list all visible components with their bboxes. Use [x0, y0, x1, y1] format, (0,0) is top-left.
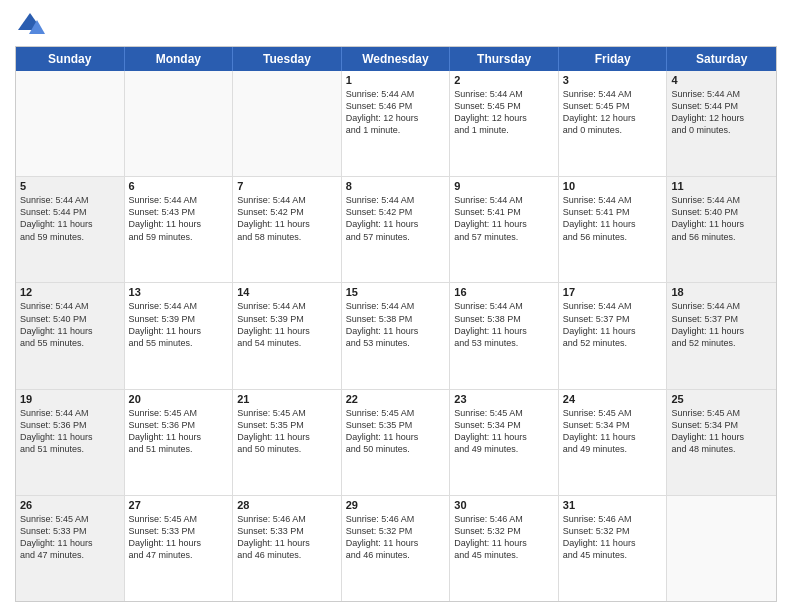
- cal-header-tuesday: Tuesday: [233, 47, 342, 71]
- cell-detail: Sunrise: 5:44 AMSunset: 5:41 PMDaylight:…: [454, 194, 554, 243]
- day-number: 13: [129, 286, 229, 298]
- day-number: 30: [454, 499, 554, 511]
- cal-cell-empty: [233, 71, 342, 176]
- cal-cell-day-13: 13Sunrise: 5:44 AMSunset: 5:39 PMDayligh…: [125, 283, 234, 388]
- cal-cell-day-17: 17Sunrise: 5:44 AMSunset: 5:37 PMDayligh…: [559, 283, 668, 388]
- cal-cell-day-31: 31Sunrise: 5:46 AMSunset: 5:32 PMDayligh…: [559, 496, 668, 601]
- cell-detail: Sunrise: 5:45 AMSunset: 5:33 PMDaylight:…: [129, 513, 229, 562]
- cal-cell-day-2: 2Sunrise: 5:44 AMSunset: 5:45 PMDaylight…: [450, 71, 559, 176]
- page: SundayMondayTuesdayWednesdayThursdayFrid…: [0, 0, 792, 612]
- cell-detail: Sunrise: 5:44 AMSunset: 5:36 PMDaylight:…: [20, 407, 120, 456]
- cell-detail: Sunrise: 5:44 AMSunset: 5:44 PMDaylight:…: [20, 194, 120, 243]
- day-number: 27: [129, 499, 229, 511]
- cal-cell-day-4: 4Sunrise: 5:44 AMSunset: 5:44 PMDaylight…: [667, 71, 776, 176]
- cell-detail: Sunrise: 5:44 AMSunset: 5:44 PMDaylight:…: [671, 88, 772, 137]
- cal-cell-day-6: 6Sunrise: 5:44 AMSunset: 5:43 PMDaylight…: [125, 177, 234, 282]
- cell-detail: Sunrise: 5:44 AMSunset: 5:40 PMDaylight:…: [20, 300, 120, 349]
- cell-detail: Sunrise: 5:44 AMSunset: 5:39 PMDaylight:…: [129, 300, 229, 349]
- day-number: 5: [20, 180, 120, 192]
- calendar-body: 1Sunrise: 5:44 AMSunset: 5:46 PMDaylight…: [16, 71, 776, 601]
- day-number: 19: [20, 393, 120, 405]
- day-number: 14: [237, 286, 337, 298]
- day-number: 4: [671, 74, 772, 86]
- cal-cell-day-20: 20Sunrise: 5:45 AMSunset: 5:36 PMDayligh…: [125, 390, 234, 495]
- day-number: 28: [237, 499, 337, 511]
- day-number: 12: [20, 286, 120, 298]
- day-number: 22: [346, 393, 446, 405]
- cal-cell-day-22: 22Sunrise: 5:45 AMSunset: 5:35 PMDayligh…: [342, 390, 451, 495]
- cal-cell-day-10: 10Sunrise: 5:44 AMSunset: 5:41 PMDayligh…: [559, 177, 668, 282]
- cell-detail: Sunrise: 5:45 AMSunset: 5:34 PMDaylight:…: [671, 407, 772, 456]
- cal-cell-empty: [667, 496, 776, 601]
- cell-detail: Sunrise: 5:46 AMSunset: 5:32 PMDaylight:…: [454, 513, 554, 562]
- cal-cell-day-26: 26Sunrise: 5:45 AMSunset: 5:33 PMDayligh…: [16, 496, 125, 601]
- day-number: 15: [346, 286, 446, 298]
- cal-cell-day-11: 11Sunrise: 5:44 AMSunset: 5:40 PMDayligh…: [667, 177, 776, 282]
- day-number: 10: [563, 180, 663, 192]
- logo-icon: [15, 10, 45, 40]
- cal-cell-day-29: 29Sunrise: 5:46 AMSunset: 5:32 PMDayligh…: [342, 496, 451, 601]
- cal-cell-day-30: 30Sunrise: 5:46 AMSunset: 5:32 PMDayligh…: [450, 496, 559, 601]
- day-number: 2: [454, 74, 554, 86]
- day-number: 18: [671, 286, 772, 298]
- day-number: 8: [346, 180, 446, 192]
- cell-detail: Sunrise: 5:45 AMSunset: 5:34 PMDaylight:…: [563, 407, 663, 456]
- day-number: 26: [20, 499, 120, 511]
- cell-detail: Sunrise: 5:46 AMSunset: 5:32 PMDaylight:…: [563, 513, 663, 562]
- cell-detail: Sunrise: 5:44 AMSunset: 5:39 PMDaylight:…: [237, 300, 337, 349]
- cell-detail: Sunrise: 5:44 AMSunset: 5:45 PMDaylight:…: [454, 88, 554, 137]
- cell-detail: Sunrise: 5:45 AMSunset: 5:33 PMDaylight:…: [20, 513, 120, 562]
- cal-header-monday: Monday: [125, 47, 234, 71]
- day-number: 20: [129, 393, 229, 405]
- cal-week-3: 12Sunrise: 5:44 AMSunset: 5:40 PMDayligh…: [16, 283, 776, 389]
- cal-cell-day-5: 5Sunrise: 5:44 AMSunset: 5:44 PMDaylight…: [16, 177, 125, 282]
- day-number: 11: [671, 180, 772, 192]
- cal-cell-day-3: 3Sunrise: 5:44 AMSunset: 5:45 PMDaylight…: [559, 71, 668, 176]
- day-number: 1: [346, 74, 446, 86]
- cal-cell-day-16: 16Sunrise: 5:44 AMSunset: 5:38 PMDayligh…: [450, 283, 559, 388]
- cell-detail: Sunrise: 5:44 AMSunset: 5:42 PMDaylight:…: [237, 194, 337, 243]
- cal-week-2: 5Sunrise: 5:44 AMSunset: 5:44 PMDaylight…: [16, 177, 776, 283]
- cal-week-1: 1Sunrise: 5:44 AMSunset: 5:46 PMDaylight…: [16, 71, 776, 177]
- day-number: 31: [563, 499, 663, 511]
- cell-detail: Sunrise: 5:44 AMSunset: 5:38 PMDaylight:…: [454, 300, 554, 349]
- cell-detail: Sunrise: 5:44 AMSunset: 5:45 PMDaylight:…: [563, 88, 663, 137]
- cal-cell-day-12: 12Sunrise: 5:44 AMSunset: 5:40 PMDayligh…: [16, 283, 125, 388]
- day-number: 25: [671, 393, 772, 405]
- cal-cell-day-25: 25Sunrise: 5:45 AMSunset: 5:34 PMDayligh…: [667, 390, 776, 495]
- cell-detail: Sunrise: 5:46 AMSunset: 5:33 PMDaylight:…: [237, 513, 337, 562]
- cal-cell-empty: [125, 71, 234, 176]
- cal-cell-day-19: 19Sunrise: 5:44 AMSunset: 5:36 PMDayligh…: [16, 390, 125, 495]
- header: [15, 10, 777, 40]
- day-number: 17: [563, 286, 663, 298]
- cal-cell-empty: [16, 71, 125, 176]
- cal-cell-day-28: 28Sunrise: 5:46 AMSunset: 5:33 PMDayligh…: [233, 496, 342, 601]
- cell-detail: Sunrise: 5:44 AMSunset: 5:37 PMDaylight:…: [671, 300, 772, 349]
- cell-detail: Sunrise: 5:45 AMSunset: 5:34 PMDaylight:…: [454, 407, 554, 456]
- cal-header-thursday: Thursday: [450, 47, 559, 71]
- cal-header-saturday: Saturday: [667, 47, 776, 71]
- cell-detail: Sunrise: 5:44 AMSunset: 5:40 PMDaylight:…: [671, 194, 772, 243]
- cal-cell-day-21: 21Sunrise: 5:45 AMSunset: 5:35 PMDayligh…: [233, 390, 342, 495]
- cal-header-friday: Friday: [559, 47, 668, 71]
- cal-cell-day-27: 27Sunrise: 5:45 AMSunset: 5:33 PMDayligh…: [125, 496, 234, 601]
- cal-cell-day-9: 9Sunrise: 5:44 AMSunset: 5:41 PMDaylight…: [450, 177, 559, 282]
- cell-detail: Sunrise: 5:44 AMSunset: 5:41 PMDaylight:…: [563, 194, 663, 243]
- cal-week-4: 19Sunrise: 5:44 AMSunset: 5:36 PMDayligh…: [16, 390, 776, 496]
- cal-cell-day-23: 23Sunrise: 5:45 AMSunset: 5:34 PMDayligh…: [450, 390, 559, 495]
- cal-cell-day-14: 14Sunrise: 5:44 AMSunset: 5:39 PMDayligh…: [233, 283, 342, 388]
- cell-detail: Sunrise: 5:44 AMSunset: 5:37 PMDaylight:…: [563, 300, 663, 349]
- cal-header-sunday: Sunday: [16, 47, 125, 71]
- calendar: SundayMondayTuesdayWednesdayThursdayFrid…: [15, 46, 777, 602]
- cal-cell-day-18: 18Sunrise: 5:44 AMSunset: 5:37 PMDayligh…: [667, 283, 776, 388]
- day-number: 23: [454, 393, 554, 405]
- day-number: 29: [346, 499, 446, 511]
- day-number: 21: [237, 393, 337, 405]
- cell-detail: Sunrise: 5:46 AMSunset: 5:32 PMDaylight:…: [346, 513, 446, 562]
- cell-detail: Sunrise: 5:44 AMSunset: 5:46 PMDaylight:…: [346, 88, 446, 137]
- cell-detail: Sunrise: 5:44 AMSunset: 5:42 PMDaylight:…: [346, 194, 446, 243]
- logo: [15, 10, 49, 40]
- cell-detail: Sunrise: 5:44 AMSunset: 5:38 PMDaylight:…: [346, 300, 446, 349]
- day-number: 7: [237, 180, 337, 192]
- cell-detail: Sunrise: 5:45 AMSunset: 5:36 PMDaylight:…: [129, 407, 229, 456]
